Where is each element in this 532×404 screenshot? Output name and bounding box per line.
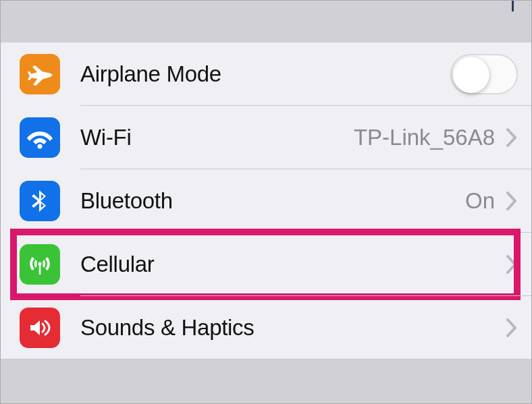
airplane-icon bbox=[20, 54, 60, 94]
settings-row-cellular[interactable]: Cellular bbox=[1, 233, 531, 296]
chevron-right-icon bbox=[506, 191, 518, 211]
chevron-right-icon bbox=[506, 318, 518, 338]
settings-row-airplane-mode[interactable]: Airplane Mode bbox=[1, 42, 531, 106]
settings-row-sounds-haptics[interactable]: Sounds & Haptics bbox=[1, 296, 531, 359]
cellular-label: Cellular bbox=[80, 252, 506, 277]
cellular-icon bbox=[20, 244, 60, 285]
bluetooth-label: Bluetooth bbox=[80, 188, 465, 214]
section-gap bbox=[1, 359, 531, 393]
bluetooth-value: On bbox=[465, 188, 495, 214]
toggle-knob bbox=[453, 57, 489, 93]
settings-row-wifi[interactable]: Wi-Fi TP-Link_56A8 bbox=[1, 106, 531, 169]
sounds-icon bbox=[20, 308, 60, 348]
wifi-value: TP-Link_56A8 bbox=[354, 125, 495, 150]
settings-row-bluetooth[interactable]: Bluetooth On bbox=[1, 169, 531, 233]
wifi-label: Wi-Fi bbox=[80, 125, 354, 150]
partial-element bbox=[512, 1, 514, 11]
svg-rect-2 bbox=[39, 264, 41, 275]
chevron-right-icon bbox=[506, 127, 518, 148]
settings-list: Airplane Mode Wi-Fi TP-Link_56A8 Bluetoo bbox=[1, 42, 531, 359]
chevron-right-icon bbox=[506, 254, 518, 275]
airplane-mode-toggle[interactable] bbox=[450, 54, 518, 94]
bluetooth-icon bbox=[20, 181, 60, 221]
divider bbox=[1, 359, 531, 359]
status-bar-area bbox=[1, 1, 531, 42]
svg-point-0 bbox=[38, 144, 43, 149]
wifi-icon bbox=[20, 117, 60, 158]
airplane-mode-label: Airplane Mode bbox=[80, 61, 450, 87]
sounds-haptics-label: Sounds & Haptics bbox=[80, 315, 506, 341]
